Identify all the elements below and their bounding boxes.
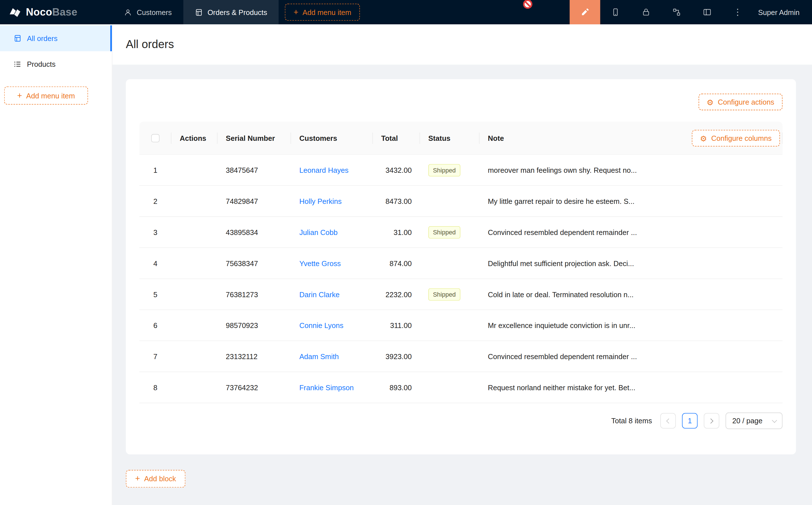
configure-columns-button[interactable]: ⚙ Configure columns — [692, 130, 780, 147]
mobile-icon — [611, 8, 620, 16]
column-header-total: Total — [373, 122, 420, 154]
page-size-select[interactable]: 20 / page — [725, 412, 782, 429]
row-index: 7 — [139, 352, 171, 360]
lock-button[interactable] — [631, 0, 661, 24]
ellipsis-icon: ⋮ — [733, 8, 742, 16]
nav-label: Customers — [137, 8, 172, 16]
column-header-customers: Customers — [291, 122, 373, 154]
customer-link[interactable]: Frankie Simpson — [299, 383, 354, 391]
gear-icon: ⚙ — [707, 98, 714, 106]
orders-table: Actions Serial Number Customers Total St… — [139, 122, 782, 403]
customer-link[interactable]: Holly Perkins — [299, 197, 342, 205]
customer-link[interactable]: Leonard Hayes — [299, 166, 349, 174]
logo-text-bold: Noco — [26, 6, 52, 17]
row-index: 1 — [139, 166, 171, 174]
customer-link[interactable]: Connie Lyons — [299, 321, 344, 329]
layout-button[interactable] — [692, 0, 722, 24]
total-cell: 311.00 — [373, 321, 420, 329]
table-row: 4 75638347 Yvette Gross 874.00 Delightfu… — [139, 248, 782, 279]
row-index: 5 — [139, 290, 171, 298]
serial-cell: 23132112 — [218, 352, 291, 360]
user-menu[interactable]: Super Admin — [753, 0, 812, 24]
pagination-total: Total 8 items — [612, 416, 652, 425]
table-row: 5 76381273 Darin Clarke 2232.00 Shipped … — [139, 279, 782, 310]
pagination-prev-button[interactable] — [660, 413, 676, 429]
nav-customers[interactable]: Customers — [112, 0, 183, 24]
add-block-button[interactable]: + Add block — [126, 470, 185, 488]
table-toolbar: ⚙ Configure actions — [139, 79, 782, 110]
header-nav: Customers Orders & Products + Add menu i… — [112, 0, 360, 24]
column-header-status: Status — [420, 122, 479, 154]
total-cell: 3923.00 — [373, 352, 420, 360]
note-cell: moreover man feelings own shy. Request n… — [480, 166, 783, 174]
ui-editor-button[interactable] — [569, 0, 600, 24]
nocobase-logo[interactable]: NocoBase — [0, 0, 112, 24]
customer-link[interactable]: Darin Clarke — [299, 290, 340, 298]
serial-cell: 38475647 — [218, 166, 291, 174]
sidebar-item-label: All orders — [27, 34, 57, 42]
sidebar-item-label: Products — [27, 60, 55, 68]
total-cell: 8473.00 — [373, 197, 420, 205]
pagination-page-1[interactable]: 1 — [682, 413, 698, 429]
total-cell: 874.00 — [373, 259, 420, 267]
logo-text: NocoBase — [26, 6, 78, 18]
total-cell: 2232.00 — [373, 290, 420, 298]
table-row: 7 23132112 Adam Smith 3923.00 Convinced … — [139, 341, 782, 372]
serial-cell: 75638347 — [218, 259, 291, 267]
serial-cell: 43895834 — [218, 228, 291, 236]
page-content: ⚙ Configure actions Actions Serial Numbe… — [112, 65, 812, 505]
serial-cell: 76381273 — [218, 290, 291, 298]
lock-icon — [642, 8, 651, 16]
row-index: 3 — [139, 228, 171, 236]
column-header-actions: Actions — [171, 122, 218, 154]
column-header-serial-number: Serial Number — [218, 122, 291, 154]
table-header-row: Actions Serial Number Customers Total St… — [139, 122, 782, 155]
status-badge: Shipped — [428, 164, 460, 176]
mobile-preview-button[interactable] — [600, 0, 631, 24]
configure-columns-label: Configure columns — [711, 134, 772, 142]
note-cell: Mr excellence inquietude conviction is i… — [480, 321, 783, 329]
note-cell: Delightful met sufficient projection ask… — [480, 259, 783, 267]
logo-text-light: Base — [52, 6, 78, 17]
add-menu-item-button-header[interactable]: + Add menu item — [285, 4, 360, 21]
add-menu-item-button-sidebar[interactable]: + Add menu item — [4, 87, 88, 105]
table-row: 3 43895834 Julian Cobb 31.00 Shipped Con… — [139, 217, 782, 248]
app-root: NocoBase Customers O — [0, 0, 812, 505]
table-row: 1 38475647 Leonard Hayes 3432.00 Shipped… — [139, 155, 782, 186]
status-badge: Shipped — [428, 288, 460, 301]
top-header: NocoBase Customers O — [0, 0, 812, 24]
status-badge: Shipped — [428, 226, 460, 238]
page-header: All orders — [112, 24, 812, 65]
orders-table-block: ⚙ Configure actions Actions Serial Numbe… — [126, 79, 796, 454]
add-menu-item-label: Add menu item — [26, 91, 75, 100]
customer-link[interactable]: Adam Smith — [299, 352, 339, 360]
serial-cell: 74829847 — [218, 197, 291, 205]
plus-icon: + — [17, 91, 22, 100]
sidebar-item-products[interactable]: Products — [0, 51, 112, 77]
configure-actions-button[interactable]: ⚙ Configure actions — [698, 94, 782, 110]
cursor-not-allowed-icon — [523, 0, 533, 9]
api-flow-button[interactable] — [661, 0, 692, 24]
list-icon — [14, 60, 22, 68]
chevron-right-icon — [708, 418, 713, 423]
table-row: 8 73764232 Frankie Simpson 893.00 Reques… — [139, 372, 782, 403]
note-cell: Convinced resembled dependent remainder … — [480, 352, 783, 360]
note-cell: My little garret repair to desire he est… — [480, 197, 783, 205]
total-cell: 31.00 — [373, 228, 420, 236]
chevron-left-icon — [666, 418, 671, 423]
orders-list-icon — [14, 34, 22, 42]
more-actions-button[interactable]: ⋮ — [722, 0, 753, 24]
column-header-note-label: Note — [488, 134, 504, 142]
pagination-next-button[interactable] — [704, 413, 719, 429]
page-size-value: 20 / page — [732, 416, 763, 425]
select-all-checkbox[interactable] — [151, 134, 159, 142]
serial-cell: 98570923 — [218, 321, 291, 329]
orders-icon — [195, 8, 203, 16]
total-cell: 3432.00 — [373, 166, 420, 174]
customer-link[interactable]: Julian Cobb — [299, 228, 337, 236]
sidebar-item-all-orders[interactable]: All orders — [0, 25, 112, 51]
nav-orders-products[interactable]: Orders & Products — [183, 0, 278, 24]
layout-icon — [703, 8, 711, 16]
customer-link[interactable]: Yvette Gross — [299, 259, 341, 267]
highlighter-icon — [580, 8, 589, 16]
